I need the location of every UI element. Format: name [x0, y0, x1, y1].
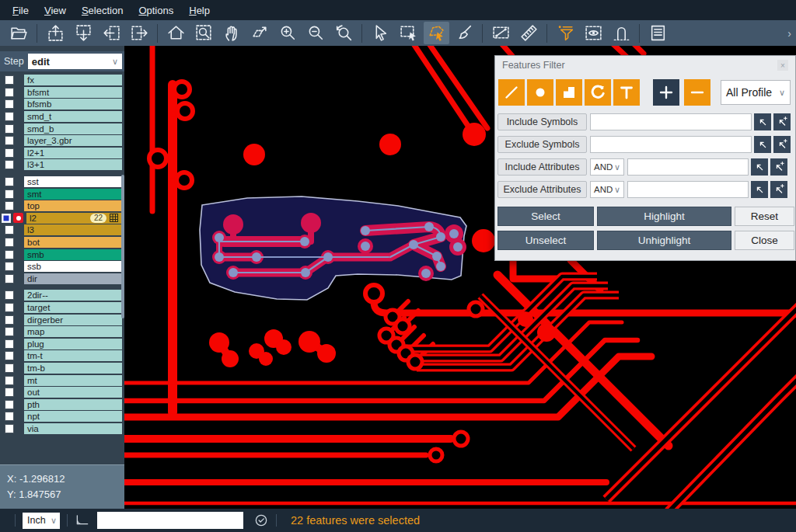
measure-point-to-point-icon[interactable] [488, 22, 514, 44]
layer-row[interactable]: bot [0, 237, 124, 249]
clean-tool-icon[interactable] [452, 22, 477, 44]
angle-measure-icon[interactable] [75, 511, 90, 530]
layer-row[interactable]: l2+1 [0, 148, 124, 159]
layer-grid-icon[interactable] [110, 214, 118, 222]
pan-hand-icon[interactable] [219, 22, 245, 44]
menu-view[interactable]: View [37, 2, 74, 19]
highlight-button[interactable]: Highlight [597, 207, 731, 226]
include-attributes-operator-select[interactable]: AND∨ [590, 158, 624, 176]
layer-visibility-checkbox[interactable] [5, 160, 14, 169]
layer-row[interactable]: mt [0, 374, 124, 386]
filter-arc-button[interactable] [585, 79, 611, 106]
step-select[interactable]: edit∨ [28, 54, 122, 69]
layer-row[interactable]: map [0, 326, 124, 338]
view-options-icon[interactable] [581, 22, 606, 44]
layer-visibility-checkbox[interactable] [5, 363, 14, 373]
layer-row[interactable]: tm-t [0, 350, 124, 362]
command-input[interactable] [97, 512, 243, 529]
layer-name[interactable]: dir [24, 273, 122, 284]
layer-visibility-checkbox[interactable] [5, 376, 14, 385]
filter-surface-button[interactable] [556, 79, 582, 106]
menu-file[interactable]: File [5, 2, 37, 19]
layer-name[interactable]: l2+1 [24, 148, 122, 158]
layer-row[interactable]: l3 [0, 224, 124, 236]
layer-visibility-checkbox[interactable] [5, 339, 14, 349]
layer-row[interactable]: l3+1 [0, 159, 124, 171]
menu-options[interactable]: Options [131, 2, 181, 19]
layer-list-scrollbar[interactable] [121, 175, 124, 318]
filter-line-button[interactable] [498, 79, 525, 106]
units-select[interactable]: Inch∨ [23, 513, 60, 529]
unselect-button[interactable]: Unselect [498, 231, 594, 250]
layer-name[interactable]: dirgerber [24, 315, 122, 325]
layer-row[interactable]: dir [0, 273, 124, 285]
layer-name[interactable]: bfsmb [24, 99, 122, 110]
layer-visibility-checkbox[interactable] [5, 177, 14, 186]
select-rectangle-icon[interactable] [396, 22, 421, 44]
layer-name[interactable]: sst [24, 176, 122, 187]
include-symbols-input[interactable] [590, 113, 752, 130]
include-attributes-input[interactable] [627, 158, 749, 176]
dialog-titlebar[interactable]: Features Filter × [495, 56, 795, 75]
pick-symbol-icon[interactable] [754, 113, 771, 130]
layer-name[interactable]: smt [24, 189, 122, 200]
layer-row[interactable]: top [0, 200, 124, 212]
layer-visibility-checkbox[interactable] [5, 351, 14, 360]
layer-name[interactable]: npt [24, 411, 122, 422]
exclude-symbols-button[interactable]: Exclude Symbols [498, 136, 587, 153]
layer-visibility-checkbox[interactable] [5, 262, 14, 271]
layer-name[interactable]: bot [24, 237, 122, 248]
zoom-window-icon[interactable] [191, 22, 217, 44]
layer-row[interactable]: smd_b [0, 123, 124, 134]
features-filter-icon[interactable] [553, 22, 578, 44]
select-pointer-icon[interactable] [368, 22, 393, 44]
exclude-attributes-input[interactable] [627, 181, 749, 198]
layer-visibility-checkbox[interactable] [5, 99, 14, 109]
filter-pad-button[interactable] [527, 79, 553, 106]
layer-visibility-checkbox[interactable] [5, 148, 14, 158]
layer-name[interactable]: plug [24, 339, 122, 349]
layer-row[interactable]: smb [0, 249, 124, 260]
layer-name[interactable]: target [24, 302, 122, 313]
exclude-symbols-input[interactable] [590, 136, 752, 153]
layer-visibility-checkbox[interactable] [5, 327, 14, 336]
layer-visibility-checkbox[interactable] [5, 88, 14, 97]
layer-visibility-checkbox[interactable] [5, 201, 14, 210]
layer-name[interactable]: ssb [24, 261, 122, 272]
refresh-status-icon[interactable] [253, 513, 269, 528]
menu-selection[interactable]: Selection [74, 2, 131, 19]
layer-name[interactable]: pth [24, 399, 122, 410]
view-left-icon[interactable] [99, 22, 124, 44]
layer-visibility-checkbox[interactable] [5, 315, 14, 325]
layer-visibility-checkbox[interactable] [5, 303, 14, 312]
layer-visibility-checkbox[interactable] [5, 388, 14, 397]
layer-name[interactable]: bfsmt [24, 87, 122, 98]
pick-symbol-add-icon[interactable] [773, 113, 791, 130]
view-up-icon[interactable] [43, 22, 68, 44]
layer-visibility-checkbox[interactable] [2, 214, 11, 223]
profile-select[interactable]: All Profile∨ [721, 80, 791, 105]
pick-attribute-add-icon[interactable] [770, 158, 787, 176]
layer-name[interactable]: layer_3.gbr [24, 135, 122, 146]
layer-name[interactable]: mt [24, 375, 122, 386]
reset-button[interactable]: Reset [735, 207, 794, 226]
close-icon[interactable]: × [777, 60, 788, 71]
zoom-previous-icon[interactable] [331, 22, 357, 44]
layer-name[interactable]: via [24, 423, 122, 434]
layer-row[interactable]: target [0, 302, 124, 314]
layer-visibility-checkbox[interactable] [5, 290, 14, 300]
zoom-in-icon[interactable] [275, 22, 301, 44]
select-button[interactable]: Select [498, 207, 594, 226]
layer-row[interactable]: fx [0, 75, 124, 86]
pick-attribute-add-icon[interactable] [770, 181, 787, 198]
layer-row[interactable]: smt [0, 188, 124, 200]
layer-name[interactable]: smd_t [24, 111, 122, 122]
layer-visibility-checkbox[interactable] [5, 75, 14, 85]
layer-name[interactable]: l3+1 [24, 159, 122, 170]
layer-row[interactable]: out [0, 387, 124, 398]
layer-row[interactable]: pth [0, 398, 124, 410]
exclude-attributes-button[interactable]: Exclude Attributes [498, 181, 587, 198]
layer-name[interactable]: l2 22 [26, 213, 121, 224]
layer-visibility-checkbox[interactable] [5, 136, 14, 145]
layer-row[interactable]: tm-b [0, 363, 124, 374]
